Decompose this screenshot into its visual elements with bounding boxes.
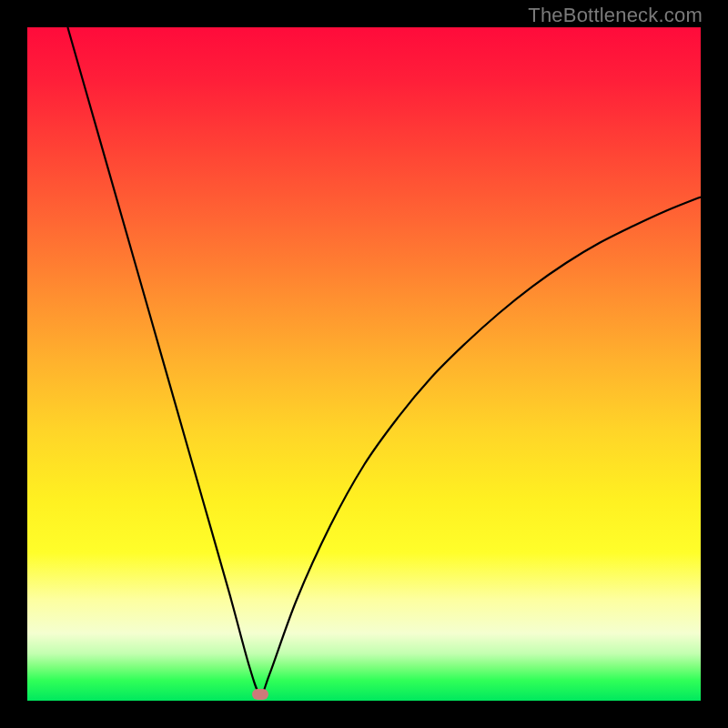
chart-frame: TheBottleneck.com <box>0 0 728 728</box>
bottleneck-curve <box>27 27 701 701</box>
watermark-text: TheBottleneck.com <box>528 4 703 27</box>
curve-path <box>67 27 701 694</box>
plot-area <box>27 27 701 701</box>
optimal-point-marker <box>252 689 268 700</box>
